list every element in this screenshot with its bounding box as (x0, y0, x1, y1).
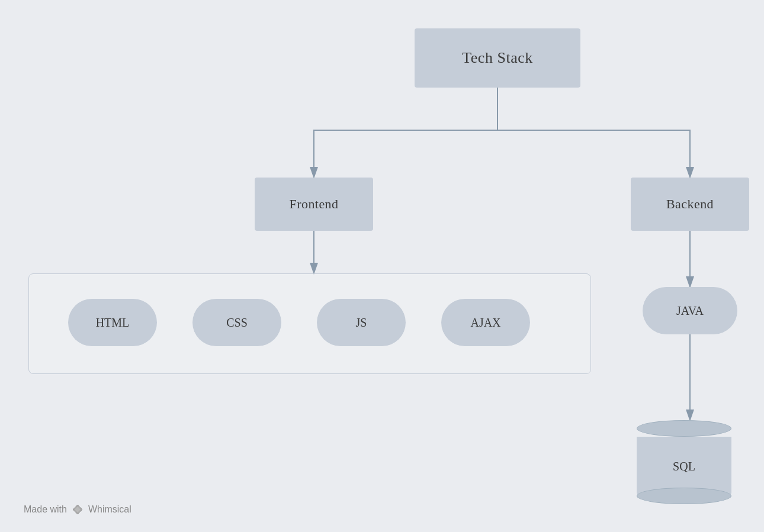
cylinder-body: SQL (637, 437, 731, 496)
js-node: JS (317, 299, 406, 346)
css-node: CSS (192, 299, 281, 346)
sql-label: SQL (673, 460, 695, 473)
cylinder-bottom-cap (637, 488, 731, 504)
watermark-brand: Whimsical (88, 504, 131, 515)
frontend-node: Frontend (255, 178, 373, 231)
ajax-node: AJAX (441, 299, 530, 346)
watermark-text: Made with (24, 504, 67, 515)
html-node: HTML (68, 299, 157, 346)
sql-node: SQL (637, 420, 731, 496)
tech-stack-node: Tech Stack (415, 28, 580, 88)
diagram-canvas: Tech Stack Frontend Backend HTML CSS JS … (0, 0, 764, 532)
backend-node: Backend (631, 178, 749, 231)
cylinder-top (637, 420, 731, 437)
java-node: JAVA (643, 287, 737, 334)
watermark: Made with Whimsical (24, 504, 131, 515)
whimsical-logo-icon (72, 504, 84, 515)
